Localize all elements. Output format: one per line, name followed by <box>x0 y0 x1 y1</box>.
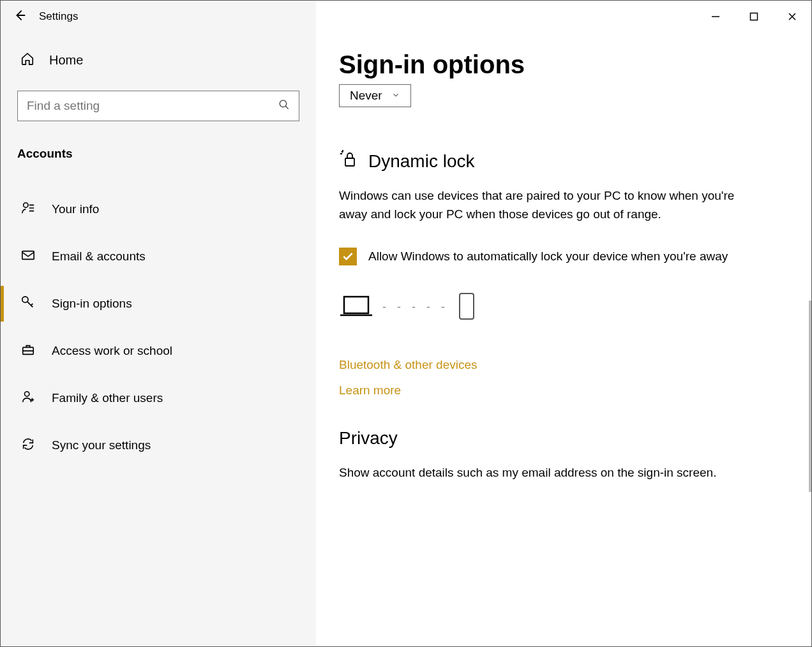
svg-point-2 <box>280 100 287 107</box>
sidebar-nav: Your info Email & accounts Sign-in optio… <box>17 188 299 471</box>
sidebar-item-label: Family & other users <box>52 391 163 405</box>
briefcase-icon <box>20 343 36 360</box>
home-nav[interactable]: Home <box>17 52 299 69</box>
search-box[interactable] <box>17 91 299 121</box>
dynamic-lock-description: Windows can use devices that are paired … <box>339 187 748 223</box>
sync-icon <box>20 437 36 454</box>
key-icon <box>20 295 36 313</box>
sidebar-item-access-work-school[interactable]: Access work or school <box>17 329 299 373</box>
sidebar-item-label: Your info <box>52 202 99 216</box>
bluetooth-link[interactable]: Bluetooth & other devices <box>339 358 783 372</box>
content-pane: Sign-in options Never Dynamic lock Wind <box>316 33 811 646</box>
require-signin-select[interactable]: Never <box>339 84 411 107</box>
privacy-description: Show account details such as my email ad… <box>339 464 748 482</box>
select-value: Never <box>350 89 382 103</box>
laptop-icon <box>339 294 373 321</box>
svg-point-6 <box>22 296 28 302</box>
back-button[interactable] <box>1 8 39 26</box>
sidebar-item-sync-settings[interactable]: Sync your settings <box>17 424 299 467</box>
pairing-graphic: - - - - - <box>339 292 783 324</box>
window-title: Settings <box>39 10 78 23</box>
phone-icon <box>458 292 476 324</box>
maximize-button[interactable] <box>735 1 773 33</box>
sidebar-item-your-info[interactable]: Your info <box>17 188 299 231</box>
sidebar-item-family-other-users[interactable]: Family & other users <box>17 376 299 420</box>
titlebar: Settings <box>1 1 811 33</box>
sidebar: Home Accounts Your info <box>1 33 316 646</box>
page-title: Sign-in options <box>339 50 783 79</box>
sidebar-item-sign-in-options[interactable]: Sign-in options <box>17 282 299 325</box>
svg-rect-10 <box>344 297 368 313</box>
chevron-down-icon <box>391 91 400 101</box>
dynamic-lock-checkbox-label: Allow Windows to automatically lock your… <box>368 248 728 266</box>
sidebar-item-label: Sign-in options <box>52 297 132 311</box>
sidebar-item-label: Access work or school <box>52 344 172 358</box>
family-icon <box>20 390 36 407</box>
svg-rect-1 <box>751 13 758 20</box>
scrollbar-thumb[interactable] <box>809 301 811 492</box>
svg-rect-12 <box>460 294 474 319</box>
mail-icon <box>20 248 36 265</box>
svg-rect-5 <box>22 251 34 259</box>
search-input[interactable] <box>27 99 278 113</box>
person-icon <box>20 201 36 218</box>
minimize-button[interactable] <box>696 1 735 33</box>
home-label: Home <box>49 53 83 68</box>
learn-more-link[interactable]: Learn more <box>339 383 783 398</box>
sidebar-item-email-accounts[interactable]: Email & accounts <box>17 235 299 278</box>
settings-window: Settings Home Accoun <box>0 0 812 647</box>
close-button[interactable] <box>773 1 811 33</box>
privacy-heading: Privacy <box>339 428 783 449</box>
dynamic-lock-heading: Dynamic lock <box>339 149 783 173</box>
dynamic-lock-icon <box>339 149 361 173</box>
dynamic-lock-heading-text: Dynamic lock <box>368 151 474 172</box>
home-icon <box>20 52 35 69</box>
sidebar-section: Accounts <box>17 147 299 161</box>
sidebar-item-label: Email & accounts <box>52 249 146 264</box>
svg-point-8 <box>25 391 29 396</box>
svg-line-3 <box>285 106 289 109</box>
connection-dashes: - - - - - <box>382 301 449 314</box>
svg-point-4 <box>24 202 28 207</box>
dynamic-lock-checkbox-row[interactable]: Allow Windows to automatically lock your… <box>339 248 748 266</box>
sidebar-item-label: Sync your settings <box>52 438 151 452</box>
svg-rect-9 <box>345 158 354 166</box>
search-icon <box>278 99 290 114</box>
dynamic-lock-checkbox[interactable] <box>339 248 357 265</box>
